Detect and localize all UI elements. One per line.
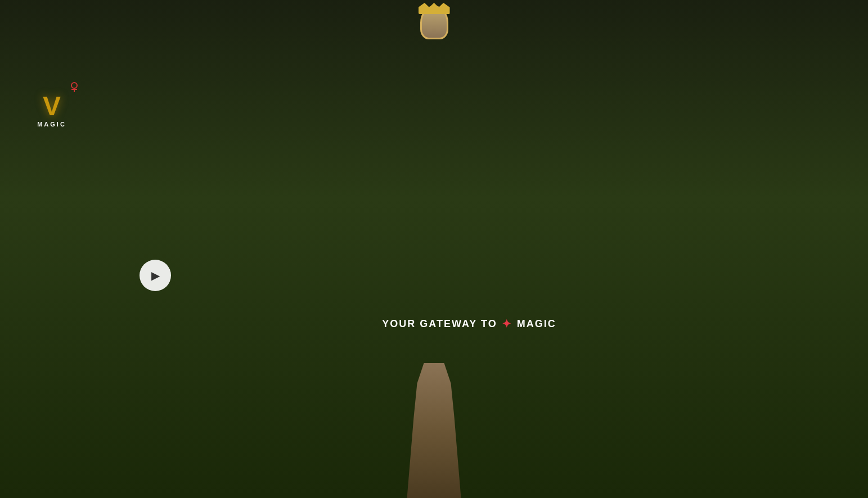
screenshots-section: ▶ ✦ bbox=[0, 201, 840, 350]
gateway-tagline: YOUR GATEWAY TO ✦ MAGIC bbox=[382, 317, 556, 331]
magic-symbol-area bbox=[69, 81, 80, 94]
gateway-bottom-text: YOUR GATEWAY TO ✦ MAGIC bbox=[382, 317, 556, 331]
svg-point-3 bbox=[71, 83, 77, 88]
gateway-text-magic: MAGIC bbox=[517, 318, 556, 330]
screenshots-row: ▶ ✦ bbox=[18, 201, 822, 350]
content-area: ← Google Play 🔍 ⋮ bbox=[0, 25, 840, 498]
magic-planeswalker-icon bbox=[69, 81, 80, 92]
warrior-bg bbox=[646, 201, 758, 350]
warrior-art bbox=[646, 201, 758, 350]
magic-word: MAGIC bbox=[37, 121, 66, 128]
gateway-text-your: YOUR GATEWAY TO bbox=[382, 318, 497, 330]
screenshot-warrior[interactable] bbox=[646, 201, 758, 350]
magic-logo-text-area: V MAGIC bbox=[37, 93, 66, 128]
magic-v-letter: V bbox=[37, 93, 66, 120]
magic-red-symbol: ✦ bbox=[502, 317, 512, 331]
main-area: ← Google Play 🔍 ⋮ bbox=[0, 25, 868, 498]
play-button[interactable]: ▶ bbox=[140, 260, 171, 291]
